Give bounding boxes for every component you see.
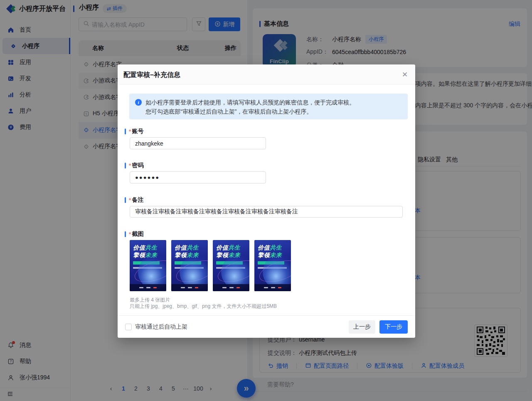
screenshot-label-text: 截图 <box>132 230 143 238</box>
screenshot-thumb-2[interactable]: 价值共生 擎领未来 <box>171 240 208 291</box>
poster-footer-band <box>130 284 166 291</box>
close-icon[interactable]: ✕ <box>400 70 409 79</box>
alert-text: 如小程序需要登录后才能使用，请填写审核人员预览的账密信息，便于完成审核。 您可勾… <box>145 98 355 115</box>
poster-footer-band <box>213 284 249 291</box>
poster-text: 共生 <box>187 244 199 251</box>
account-field-label: * 账号 <box>125 128 143 135</box>
info-alert: i 如小程序需要登录后才能使用，请填写审核人员预览的账密信息，便于完成审核。 您… <box>129 94 408 119</box>
auto-publish-label: 审核通过后自动上架 <box>135 323 187 331</box>
field-accent-bar <box>125 129 126 134</box>
screenshot-thumb-3[interactable]: 价值共生 擎领未来 <box>213 240 249 291</box>
required-mark: * <box>129 197 131 203</box>
account-label-text: 账号 <box>132 128 143 135</box>
poster-text: 价值 <box>258 244 270 251</box>
poster-text: 擎领 <box>258 252 270 258</box>
field-accent-bar <box>125 163 126 168</box>
upload-tip-format: 只能上传 jpg、jpeg、bmp、gif、png 文件，文件大小不能超过5MB <box>130 303 277 310</box>
modal-title: 配置审核–补充信息 <box>123 71 180 79</box>
required-mark: * <box>129 128 131 135</box>
poster-footer-band <box>254 284 291 291</box>
auto-publish-checkbox[interactable] <box>125 324 132 330</box>
field-accent-bar <box>125 231 126 237</box>
prev-step-button[interactable]: 上一步 <box>349 320 375 334</box>
account-input[interactable] <box>130 137 266 149</box>
poster-text: 价值 <box>175 244 187 251</box>
app-window: 小程序开放平台 首页 小程序 应用 开发 分析 <box>0 0 532 401</box>
poster-text: 价值 <box>216 244 228 251</box>
remark-label-text: 备注 <box>132 196 143 204</box>
poster-footer-band <box>171 284 208 291</box>
review-config-modal: 配置审核–补充信息 ✕ i 如小程序需要登录后才能使用，请填写审核人员预览的账密… <box>118 64 415 338</box>
password-input[interactable] <box>130 171 266 183</box>
required-mark: * <box>129 231 131 238</box>
remark-field-label: * 备注 <box>125 196 143 204</box>
poster-text: 共生 <box>145 244 157 251</box>
field-accent-bar <box>125 197 126 203</box>
poster-text: 价值 <box>133 244 145 251</box>
info-icon: i <box>135 99 142 106</box>
poster-text: 擎领 <box>133 252 145 258</box>
modal-header: 配置审核–补充信息 ✕ <box>118 64 415 84</box>
alert-line-2: 您可勾选底部“审核通过后自动上架”，在审核后自动上架小程序。 <box>145 107 355 116</box>
required-mark: * <box>129 162 131 169</box>
screenshot-field-label: * 截图 <box>125 230 143 238</box>
password-field-label: * 密码 <box>125 162 143 169</box>
next-step-button[interactable]: 下一步 <box>379 320 408 334</box>
poster-text: 擎领 <box>216 252 228 258</box>
poster-text: 共生 <box>270 244 282 251</box>
remark-input[interactable] <box>130 206 403 218</box>
screenshot-thumb-4[interactable]: 价值共生 擎领未来 <box>254 240 291 291</box>
poster-text: 擎领 <box>175 252 187 258</box>
screenshot-thumbnails: 价值共生 擎领未来 价值共生 擎领未来 价值共生 擎领未来 <box>130 240 291 291</box>
modal-footer: 审核通过后自动上架 上一步 下一步 <box>118 315 415 338</box>
alert-line-1: 如小程序需要登录后才能使用，请填写审核人员预览的账密信息，便于完成审核。 <box>145 98 355 107</box>
poster-text: 共生 <box>228 244 240 251</box>
screenshot-thumb-1[interactable]: 价值共生 擎领未来 <box>130 240 166 291</box>
password-label-text: 密码 <box>132 162 143 169</box>
